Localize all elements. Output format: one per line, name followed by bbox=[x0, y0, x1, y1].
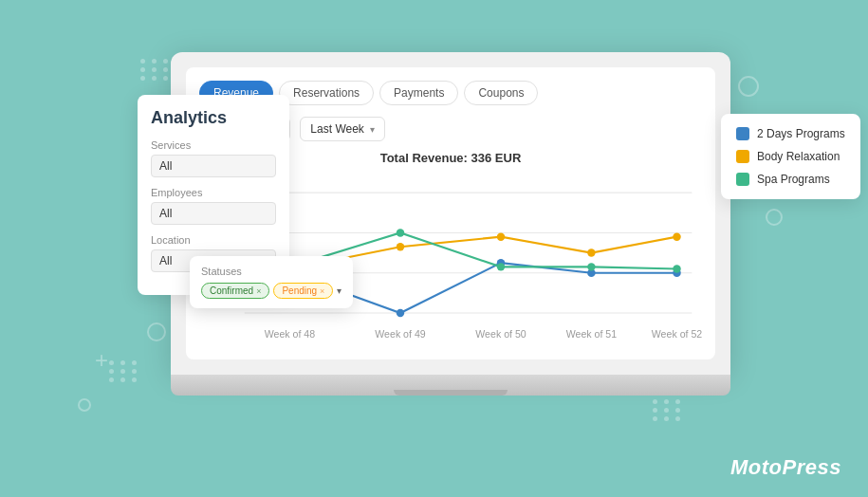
confirmed-label: Confirmed bbox=[210, 285, 253, 296]
legend-panel: 2 Days Programs Body Relaxation Spa Prog… bbox=[721, 114, 860, 199]
legend-item-2days: 2 Days Programs bbox=[736, 127, 845, 140]
legend-label-spa: Spa Programs bbox=[757, 173, 830, 186]
statuses-popup: Statuses Confirmed × Pending × ▾ bbox=[190, 256, 353, 308]
pending-tag[interactable]: Pending × bbox=[273, 283, 333, 299]
circle-decor-5 bbox=[78, 398, 91, 412]
svg-point-25 bbox=[587, 263, 595, 270]
legend-label-body: Body Relaxation bbox=[757, 150, 840, 163]
circle-decor-3 bbox=[738, 76, 759, 97]
legend-color-body bbox=[736, 150, 749, 163]
svg-text:Week of 48: Week of 48 bbox=[265, 328, 316, 340]
svg-point-24 bbox=[497, 263, 505, 270]
last-week-arrow: ▾ bbox=[370, 124, 375, 135]
employees-select[interactable]: All bbox=[151, 202, 276, 225]
last-week-value: Last Week bbox=[310, 122, 363, 136]
tab-coupons[interactable]: Coupons bbox=[464, 81, 538, 105]
analytics-title: Analytics bbox=[151, 108, 276, 128]
svg-point-20 bbox=[587, 248, 595, 256]
legend-item-spa: Spa Programs bbox=[736, 173, 845, 186]
svg-text:Week of 52: Week of 52 bbox=[652, 328, 702, 340]
confirmed-tag[interactable]: Confirmed × bbox=[201, 283, 269, 299]
laptop-base bbox=[171, 375, 730, 396]
pending-label: Pending bbox=[282, 285, 317, 296]
employees-filter: Employees All bbox=[151, 187, 276, 225]
svg-text:Week of 50: Week of 50 bbox=[475, 328, 526, 340]
last-week-dropdown[interactable]: Last Week ▾ bbox=[300, 117, 384, 141]
statuses-label: Statuses bbox=[201, 266, 342, 277]
services-filter: Services All bbox=[151, 139, 276, 177]
pending-remove-icon[interactable]: × bbox=[320, 286, 324, 296]
circle-decor-2 bbox=[147, 322, 166, 341]
motopress-logo: MotoPress bbox=[730, 455, 841, 480]
svg-point-21 bbox=[673, 232, 680, 240]
svg-point-26 bbox=[673, 265, 680, 272]
plus-decor-2: + bbox=[95, 347, 108, 374]
employees-label: Employees bbox=[151, 187, 276, 198]
svg-point-23 bbox=[397, 229, 404, 236]
circle-decor-4 bbox=[766, 209, 783, 226]
tab-payments[interactable]: Payments bbox=[379, 81, 458, 105]
location-label: Location bbox=[151, 234, 276, 246]
legend-label-2days: 2 Days Programs bbox=[757, 127, 845, 140]
legend-color-spa bbox=[736, 173, 749, 186]
svg-point-19 bbox=[497, 232, 505, 240]
svg-text:Week of 51: Week of 51 bbox=[566, 328, 618, 340]
legend-color-2days bbox=[736, 127, 749, 140]
tab-reservations[interactable]: Reservations bbox=[279, 81, 374, 105]
dots-decor-1 bbox=[140, 59, 171, 81]
dots-decor-2 bbox=[109, 360, 139, 382]
confirmed-remove-icon[interactable]: × bbox=[256, 286, 261, 296]
svg-point-13 bbox=[397, 309, 404, 317]
services-select[interactable]: All bbox=[151, 155, 276, 177]
status-dropdown-arrow[interactable]: ▾ bbox=[337, 285, 342, 296]
legend-item-body: Body Relaxation bbox=[736, 150, 845, 163]
services-label: Services bbox=[151, 139, 276, 151]
status-tags-row: Confirmed × Pending × ▾ bbox=[201, 283, 342, 299]
svg-point-18 bbox=[397, 243, 404, 250]
svg-text:Week of 49: Week of 49 bbox=[375, 328, 426, 340]
